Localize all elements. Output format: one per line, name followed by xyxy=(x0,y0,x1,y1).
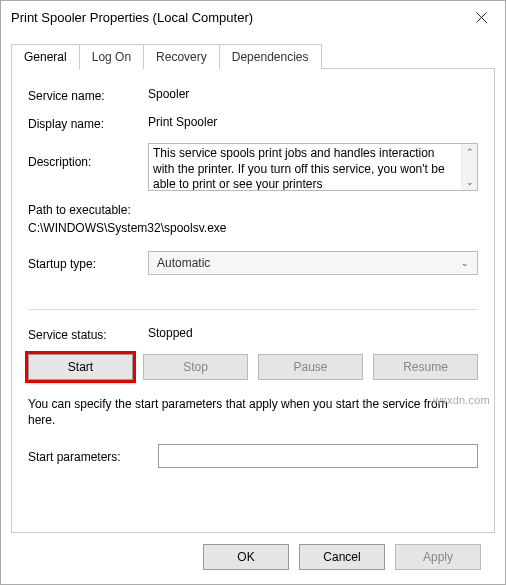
row-start-parameters: Start parameters: xyxy=(28,444,478,468)
section-divider xyxy=(28,309,478,310)
start-parameters-input[interactable] xyxy=(158,444,478,468)
cancel-button[interactable]: Cancel xyxy=(299,544,385,570)
label-startup-type: Startup type: xyxy=(28,255,148,271)
value-path: C:\WINDOWS\System32\spoolsv.exe xyxy=(28,221,478,235)
dialog-content: General Log On Recovery Dependencies Ser… xyxy=(1,33,505,584)
close-button[interactable] xyxy=(459,2,503,32)
label-service-status: Service status: xyxy=(28,326,148,342)
watermark-text: wsxdn.com xyxy=(433,394,490,406)
ok-button[interactable]: OK xyxy=(203,544,289,570)
general-panel: Service name: Spooler Display name: Prin… xyxy=(11,68,495,533)
start-params-help: You can specify the start parameters tha… xyxy=(28,396,478,428)
tab-general[interactable]: General xyxy=(11,44,80,70)
service-control-buttons: Start Stop Pause Resume xyxy=(28,354,478,380)
apply-button: Apply xyxy=(395,544,481,570)
resume-button: Resume xyxy=(373,354,478,380)
window-title: Print Spooler Properties (Local Computer… xyxy=(11,10,459,25)
label-description: Description: xyxy=(28,143,148,191)
label-service-name: Service name: xyxy=(28,87,148,103)
row-startup-type: Startup type: Automatic ⌄ xyxy=(28,251,478,275)
value-display-name: Print Spooler xyxy=(148,115,478,129)
pause-button: Pause xyxy=(258,354,363,380)
value-service-name: Spooler xyxy=(148,87,478,101)
titlebar: Print Spooler Properties (Local Computer… xyxy=(1,1,505,33)
row-path: Path to executable: C:\WINDOWS\System32\… xyxy=(28,203,478,235)
label-path: Path to executable: xyxy=(28,203,478,217)
close-icon xyxy=(476,12,487,23)
scroll-up-icon[interactable]: ⌃ xyxy=(462,144,478,160)
value-service-status: Stopped xyxy=(148,326,478,340)
tab-strip: General Log On Recovery Dependencies xyxy=(11,43,495,69)
description-box: This service spools print jobs and handl… xyxy=(148,143,478,191)
scroll-down-icon[interactable]: ⌄ xyxy=(462,174,478,190)
description-text[interactable]: This service spools print jobs and handl… xyxy=(149,144,461,190)
tab-recovery[interactable]: Recovery xyxy=(143,44,220,69)
label-start-parameters: Start parameters: xyxy=(28,448,158,464)
tab-logon[interactable]: Log On xyxy=(79,44,144,69)
start-button[interactable]: Start xyxy=(28,354,133,380)
chevron-down-icon: ⌄ xyxy=(461,258,469,268)
row-service-status: Service status: Stopped xyxy=(28,326,478,342)
startup-type-select[interactable]: Automatic ⌄ xyxy=(148,251,478,275)
row-display-name: Display name: Print Spooler xyxy=(28,115,478,131)
stop-button: Stop xyxy=(143,354,248,380)
tab-dependencies[interactable]: Dependencies xyxy=(219,44,322,69)
row-service-name: Service name: Spooler xyxy=(28,87,478,103)
properties-dialog: Print Spooler Properties (Local Computer… xyxy=(0,0,506,585)
row-description: Description: This service spools print j… xyxy=(28,143,478,191)
description-scrollbar[interactable]: ⌃ ⌄ xyxy=(461,144,477,190)
label-display-name: Display name: xyxy=(28,115,148,131)
startup-type-value: Automatic xyxy=(157,256,210,270)
dialog-footer: OK Cancel Apply xyxy=(11,534,495,584)
